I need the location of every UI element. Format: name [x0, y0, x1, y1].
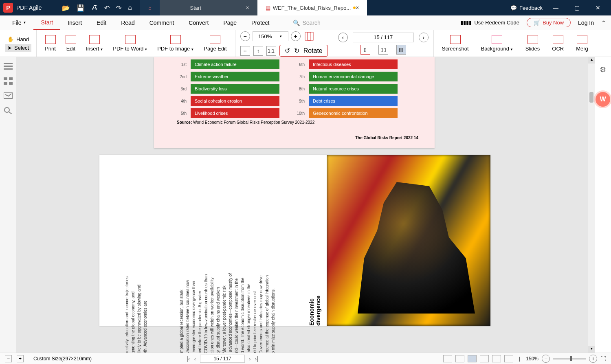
actual-size-icon[interactable]: 1:1	[266, 46, 276, 56]
risk-bar: Livelihood crises	[191, 108, 279, 118]
status-bar: − + Custom Size(297×210mm) |‹ ‹ › ›| | 1…	[0, 353, 611, 364]
ocr-button[interactable]: OCR	[549, 35, 567, 52]
tab-document[interactable]: ▤ WEF_The_Global_Risks_Repo... ×	[257, 0, 367, 15]
search-placeholder: Search	[302, 20, 320, 26]
menu-insert[interactable]: Insert	[60, 15, 89, 30]
close-window-button[interactable]: ✕	[590, 0, 606, 15]
print-icon[interactable]: 🖨	[91, 4, 98, 12]
zoom-out-button[interactable]: −	[240, 31, 250, 41]
page-minus-icon[interactable]: −	[5, 355, 12, 362]
rotate-left-icon[interactable]: ↺	[285, 47, 290, 55]
risk-bar: Social cohesion erosion	[191, 96, 279, 106]
prev-page-icon[interactable]: ‹	[194, 355, 196, 362]
annotations-icon[interactable]	[4, 92, 13, 99]
menu-protect[interactable]: Protect	[244, 15, 277, 30]
view-mode-6-icon[interactable]	[504, 355, 513, 362]
risk-row: 6thInfectious diseases	[295, 59, 398, 69]
feedback-button[interactable]: 💬 Feedback	[510, 5, 543, 11]
zoom-value[interactable]: 150%▼	[253, 31, 288, 41]
status-zoom-out[interactable]: −	[542, 355, 550, 363]
page-input[interactable]	[353, 33, 414, 42]
next-page-button[interactable]: ›	[419, 33, 429, 42]
search-box[interactable]: 🔍 Search	[293, 20, 320, 26]
view-mode-2-icon[interactable]	[455, 355, 464, 362]
single-page-view-icon[interactable]: ▯	[360, 45, 370, 55]
convert-fab[interactable]: W	[596, 92, 610, 107]
scroll-thumb[interactable]	[589, 92, 593, 103]
ocr-icon	[553, 35, 563, 44]
fullscreen-icon[interactable]: ⛶	[600, 355, 606, 362]
last-page-icon[interactable]: ›|	[255, 355, 258, 362]
risk-row: 4thSocial cohesion erosion	[177, 96, 279, 106]
pdf-to-word-button[interactable]: PDF to Word▼	[110, 35, 151, 52]
thumbnails-icon[interactable]	[4, 77, 13, 85]
maximize-button[interactable]: ▢	[569, 0, 585, 15]
merge-button[interactable]: Merg	[573, 35, 591, 52]
pdf-to-image-button[interactable]: PDF to Image▼	[154, 35, 197, 52]
home-icon: ⌂	[148, 5, 152, 11]
zoom-in-button[interactable]: +	[291, 31, 301, 41]
zoom-slider[interactable]	[553, 358, 586, 360]
menu-edit[interactable]: Edit	[89, 15, 114, 30]
minimize-button[interactable]: —	[547, 0, 564, 15]
edit-button[interactable]: Edit	[62, 35, 79, 52]
first-page-icon[interactable]: |‹	[187, 355, 190, 362]
fit-page-icon[interactable]	[303, 30, 315, 42]
close-icon[interactable]: ×	[356, 4, 359, 11]
risk-rank: 1st	[177, 62, 187, 67]
menu-read[interactable]: Read	[114, 15, 142, 30]
buy-now-button[interactable]: 🛒 Buy Now	[527, 18, 571, 27]
page-plus-icon[interactable]: +	[17, 355, 24, 362]
view-mode-1-icon[interactable]	[443, 355, 452, 362]
vertical-scrollbar[interactable]: ▴ ▾	[588, 57, 595, 353]
risk-bar: Extreme weather	[191, 72, 279, 81]
page-edit-button[interactable]: Page Edit	[200, 35, 230, 52]
risk-rank: 9th	[295, 99, 305, 103]
slides-button[interactable]: Slides	[522, 35, 543, 52]
prev-page-button[interactable]: ‹	[338, 33, 348, 42]
home-link-icon[interactable]: ⌂	[128, 4, 132, 12]
more-menu-button[interactable]: ⌃	[601, 20, 606, 26]
menu-page[interactable]: Page	[216, 15, 244, 30]
two-page-view-icon[interactable]: ▯▯	[378, 45, 388, 55]
continuous-view-icon[interactable]: ▤	[396, 45, 406, 55]
undo-icon[interactable]: ↶	[104, 4, 110, 12]
insert-button[interactable]: Insert▼	[83, 35, 106, 52]
menu-convert[interactable]: Convert	[181, 15, 216, 30]
scroll-down-arrow[interactable]: ▾	[588, 346, 595, 353]
background-button[interactable]: Background▼	[478, 35, 516, 52]
fit-width-icon[interactable]: ↔	[240, 46, 250, 56]
rotate-label[interactable]: Rotate	[303, 47, 323, 55]
select-tool[interactable]: ➤Select	[5, 44, 31, 52]
settings-icon[interactable]: ⚙	[600, 65, 606, 74]
rotate-group: ↺ ↻ Rotate	[279, 45, 328, 57]
view-mode-4-icon[interactable]	[480, 355, 489, 362]
save-icon[interactable]: 💾	[77, 4, 85, 12]
scroll-up-arrow[interactable]: ▴	[588, 57, 595, 64]
tab-start[interactable]: Start ×	[160, 0, 257, 15]
hand-tool[interactable]: ✋Hand	[5, 35, 31, 43]
status-zoom-in[interactable]: +	[589, 355, 597, 363]
search-panel-icon[interactable]	[4, 107, 13, 114]
source-text: Source: World Economic Forum Global Risk…	[177, 120, 314, 125]
open-icon[interactable]: 📂	[62, 4, 70, 12]
tab-home[interactable]: ⌂	[140, 0, 160, 15]
status-page-input[interactable]	[200, 355, 245, 363]
view-mode-5-icon[interactable]	[492, 355, 501, 362]
redo-icon[interactable]: ↷	[116, 4, 121, 12]
login-button[interactable]: Log In	[578, 20, 594, 26]
next-page-icon[interactable]: ›	[249, 355, 251, 362]
menu-comment[interactable]: Comment	[142, 15, 182, 30]
menu-start[interactable]: Start	[33, 15, 60, 30]
screenshot-button[interactable]: Screenshot	[439, 35, 472, 52]
close-icon[interactable]: ×	[246, 4, 249, 11]
menu-file[interactable]: File▼	[5, 15, 33, 30]
fit-height-icon[interactable]: ↕	[253, 46, 263, 56]
app-logo: P	[3, 3, 13, 13]
print-button[interactable]: Print	[42, 35, 59, 52]
document-viewport[interactable]: 1stClimate action failure2ndExtreme weat…	[16, 57, 588, 353]
rotate-right-icon[interactable]: ↻	[294, 47, 299, 55]
outline-icon[interactable]	[4, 63, 13, 70]
view-mode-3-icon[interactable]	[468, 355, 477, 362]
redeem-button[interactable]: ▮▮▮▮ Use Redeem Code	[460, 20, 519, 26]
